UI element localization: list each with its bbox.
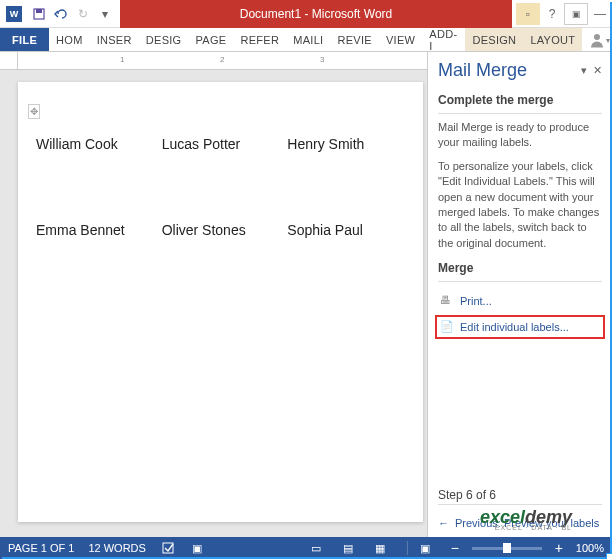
word-count[interactable]: 12 WORDS <box>88 542 145 554</box>
tab-mailings[interactable]: MAILI <box>286 28 330 51</box>
label-cell[interactable]: Lucas Potter <box>162 136 280 152</box>
complete-merge-heading: Complete the merge <box>438 93 602 107</box>
label-cell[interactable]: Henry Smith <box>287 136 405 152</box>
zoom-in-button[interactable]: + <box>552 540 566 556</box>
pane-menu-icon[interactable]: ▾ <box>581 64 587 77</box>
title-bar: W ↻ ▾ Document1 - Microsoft Word ▫ ? ▣ — <box>0 0 612 28</box>
label-cell[interactable]: William Cook <box>36 136 154 152</box>
zoom-level[interactable]: 100% <box>576 542 604 554</box>
zoom-out-button[interactable]: − <box>448 540 462 556</box>
read-mode-icon[interactable]: ▭ <box>307 539 325 557</box>
print-link-label: Print... <box>460 295 492 307</box>
document-icon: 📄 <box>440 320 454 334</box>
print-layout-icon[interactable]: ▤ <box>339 539 357 557</box>
exceldemy-watermark: exceldemy EXCEL · DATA · BL <box>480 507 572 531</box>
pane-divider <box>438 113 602 114</box>
tab-table-design[interactable]: DESIGN <box>465 28 523 51</box>
tab-table-layout[interactable]: LAYOUT <box>523 28 582 51</box>
tab-home[interactable]: HOM <box>49 28 90 51</box>
document-page[interactable]: ✥ William Cook Lucas Potter Henry Smith … <box>18 82 423 522</box>
qat-customize[interactable]: ▾ <box>94 3 116 25</box>
web-layout-icon[interactable]: ▦ <box>371 539 389 557</box>
app-icon: W <box>6 6 22 22</box>
tab-view[interactable]: VIEW <box>379 28 422 51</box>
labels-table[interactable]: William Cook Lucas Potter Henry Smith Em… <box>36 136 405 238</box>
pane-title: Mail Merge ▾ ✕ <box>438 60 602 81</box>
tab-review[interactable]: REVIE <box>330 28 379 51</box>
tab-insert[interactable]: INSER <box>90 28 139 51</box>
horizontal-ruler[interactable]: 1 2 3 <box>0 52 427 70</box>
title-right-controls: ▫ ? ▣ — <box>516 3 612 25</box>
pane-divider-3 <box>438 504 602 505</box>
arrow-left-icon: ← <box>438 517 449 529</box>
pane-title-text: Mail Merge <box>438 60 527 81</box>
help-button[interactable]: ? <box>540 3 564 25</box>
pane-divider-2 <box>438 281 602 282</box>
merge-heading: Merge <box>438 261 602 275</box>
pane-close-icon[interactable]: ✕ <box>593 64 602 77</box>
print-link[interactable]: 🖶 Print... <box>438 292 602 310</box>
zoom-slider[interactable] <box>472 547 542 550</box>
edit-link-label: Edit individual labels... <box>460 321 569 333</box>
tab-page-layout[interactable]: PAGE <box>188 28 233 51</box>
tab-design[interactable]: DESIG <box>139 28 189 51</box>
undo-qat-button[interactable] <box>50 3 72 25</box>
ribbon-collapse[interactable]: ▣ <box>564 3 588 25</box>
tab-addins[interactable]: ADD-I <box>422 28 465 51</box>
table-move-handle-icon[interactable]: ✥ <box>28 104 40 119</box>
user-account-icon[interactable]: ▾ <box>586 28 612 52</box>
status-bar: PAGE 1 OF 1 12 WORDS ▣ ▭ ▤ ▦ ▣ − + 100% <box>0 537 612 559</box>
document-area: 1 2 3 ✥ William Cook Lucas Potter Henry … <box>0 52 427 537</box>
svg-rect-1 <box>36 9 42 13</box>
svg-point-2 <box>594 34 600 40</box>
save-qat-button[interactable] <box>28 3 50 25</box>
pane-body-2: To personalize your labels, click "Edit … <box>438 159 602 251</box>
printer-icon: 🖶 <box>440 294 454 308</box>
ribbon-display-options[interactable]: ▫ <box>516 3 540 25</box>
label-cell[interactable]: Oliver Stones <box>162 222 280 238</box>
pane-body-1: Mail Merge is ready to produce your mail… <box>438 120 602 151</box>
edit-individual-labels-link[interactable]: 📄 Edit individual labels... <box>438 318 602 336</box>
step-indicator: Step 6 of 6 <box>438 488 602 502</box>
minimize-button[interactable]: — <box>588 3 612 25</box>
tab-references[interactable]: REFER <box>233 28 286 51</box>
view-mode-icon[interactable]: ▣ <box>416 539 434 557</box>
ruler-tick-3: 3 <box>320 55 324 64</box>
ruler-tick-2: 2 <box>220 55 224 64</box>
mail-merge-task-pane: Mail Merge ▾ ✕ Complete the merge Mail M… <box>427 52 612 537</box>
tab-file[interactable]: FILE <box>0 28 49 51</box>
page-indicator[interactable]: PAGE 1 OF 1 <box>8 542 74 554</box>
ribbon-tabs: FILE HOM INSER DESIG PAGE REFER MAILI RE… <box>0 28 612 52</box>
spellcheck-icon[interactable] <box>160 539 178 557</box>
macro-record-icon[interactable]: ▣ <box>188 539 206 557</box>
label-cell[interactable]: Sophia Paul <box>287 222 405 238</box>
label-cell[interactable]: Emma Bennet <box>36 222 154 238</box>
ruler-tick-1: 1 <box>120 55 124 64</box>
redo-qat-button[interactable]: ↻ <box>72 3 94 25</box>
window-title: Document1 - Microsoft Word <box>120 0 512 28</box>
